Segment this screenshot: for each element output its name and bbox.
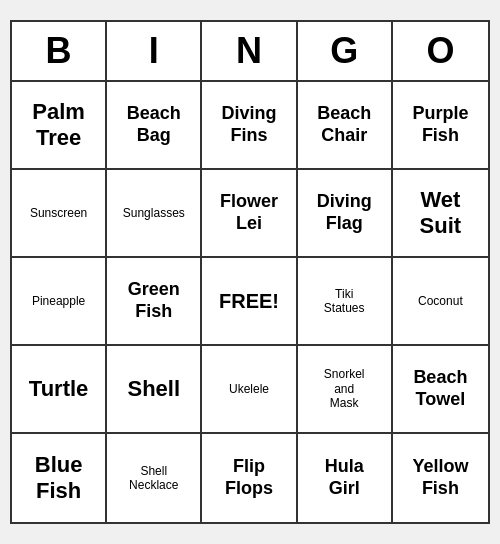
cell-text-2: DivingFins [221, 103, 276, 146]
bingo-cell-14: Coconut [393, 258, 488, 346]
bingo-cell-9: WetSuit [393, 170, 488, 258]
bingo-cell-12: FREE! [202, 258, 297, 346]
bingo-letter-i: I [107, 22, 202, 80]
bingo-cell-17: Ukelele [202, 346, 297, 434]
bingo-cell-10: Pineapple [12, 258, 107, 346]
cell-text-6: Sunglasses [123, 206, 185, 220]
cell-text-4: PurpleFish [412, 103, 468, 146]
bingo-cell-4: PurpleFish [393, 82, 488, 170]
cell-text-10: Pineapple [32, 294, 85, 308]
bingo-cell-2: DivingFins [202, 82, 297, 170]
cell-text-15: Turtle [29, 376, 88, 402]
bingo-cell-19: BeachTowel [393, 346, 488, 434]
bingo-card: BINGO PalmTreeBeachBagDivingFinsBeachCha… [10, 20, 490, 524]
bingo-letter-o: O [393, 22, 488, 80]
cell-text-7: FlowerLei [220, 191, 278, 234]
bingo-cell-18: SnorkelandMask [298, 346, 393, 434]
cell-text-16: Shell [128, 376, 181, 402]
bingo-cell-16: Shell [107, 346, 202, 434]
cell-text-0: PalmTree [32, 99, 85, 152]
cell-text-9: WetSuit [420, 187, 462, 240]
bingo-cell-8: DivingFlag [298, 170, 393, 258]
cell-text-12: FREE! [219, 289, 279, 313]
bingo-cell-13: TikiStatues [298, 258, 393, 346]
bingo-letter-b: B [12, 22, 107, 80]
bingo-cell-15: Turtle [12, 346, 107, 434]
bingo-cell-7: FlowerLei [202, 170, 297, 258]
bingo-letter-n: N [202, 22, 297, 80]
bingo-cell-1: BeachBag [107, 82, 202, 170]
cell-text-23: HulaGirl [325, 456, 364, 499]
bingo-cell-23: HulaGirl [298, 434, 393, 522]
bingo-cell-20: BlueFish [12, 434, 107, 522]
cell-text-21: ShellNecklace [129, 464, 178, 493]
cell-text-18: SnorkelandMask [324, 367, 365, 410]
bingo-header: BINGO [12, 22, 488, 82]
bingo-cell-3: BeachChair [298, 82, 393, 170]
cell-text-17: Ukelele [229, 382, 269, 396]
bingo-cell-6: Sunglasses [107, 170, 202, 258]
cell-text-5: Sunscreen [30, 206, 87, 220]
cell-text-14: Coconut [418, 294, 463, 308]
cell-text-11: GreenFish [128, 279, 180, 322]
bingo-cell-21: ShellNecklace [107, 434, 202, 522]
cell-text-24: YellowFish [412, 456, 468, 499]
bingo-cell-11: GreenFish [107, 258, 202, 346]
bingo-grid: PalmTreeBeachBagDivingFinsBeachChairPurp… [12, 82, 488, 522]
cell-text-22: FlipFlops [225, 456, 273, 499]
bingo-cell-5: Sunscreen [12, 170, 107, 258]
cell-text-19: BeachTowel [413, 367, 467, 410]
cell-text-1: BeachBag [127, 103, 181, 146]
bingo-cell-0: PalmTree [12, 82, 107, 170]
cell-text-3: BeachChair [317, 103, 371, 146]
bingo-cell-22: FlipFlops [202, 434, 297, 522]
cell-text-20: BlueFish [35, 452, 83, 505]
bingo-cell-24: YellowFish [393, 434, 488, 522]
bingo-letter-g: G [298, 22, 393, 80]
cell-text-8: DivingFlag [317, 191, 372, 234]
cell-text-13: TikiStatues [324, 287, 365, 316]
